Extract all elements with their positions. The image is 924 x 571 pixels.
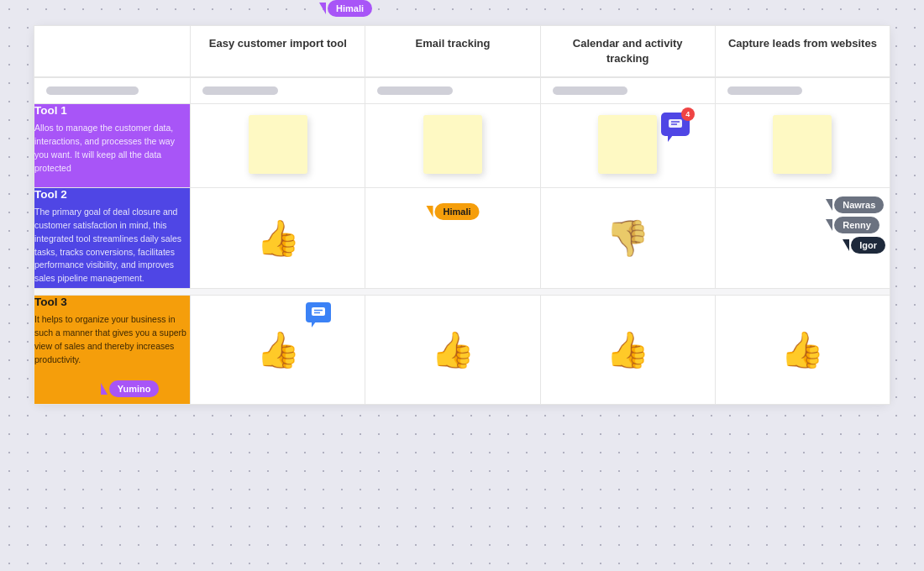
header-col4-text: Calendar and activity tracking: [573, 37, 683, 65]
multi-cursor-group: Nawras Renny Igor: [826, 196, 885, 254]
header-col-email-tracking: Email tracking: [365, 26, 540, 78]
renny-label: Renny: [834, 217, 879, 233]
message-icon: [306, 302, 331, 322]
tool1-title: Tool 1: [34, 104, 190, 117]
igor-label: Igor: [851, 237, 885, 254]
nawras-label: Nawras: [834, 196, 884, 213]
tool2-col3-cell: Himali: [365, 188, 540, 289]
message-icon-container: [306, 302, 331, 322]
gray-bar-2: [202, 86, 278, 95]
tool2-title: Tool 2: [34, 188, 190, 201]
subheader-col5: [715, 77, 890, 104]
thumbs-up-t3c3: 👍: [431, 330, 475, 369]
tool1-col4-cell: 4: [540, 104, 715, 188]
thumbs-down-t2c4: 👎: [606, 218, 649, 258]
gray-bar-1: [46, 86, 139, 95]
tool2-col4-cell: 👎: [540, 188, 715, 289]
tool1-row: Tool 1 Allos to manage the customer data…: [34, 104, 890, 188]
separator-cell: [34, 289, 890, 296]
igor-cursor: Igor: [843, 237, 885, 254]
sticky-note-t1c5: [773, 115, 832, 174]
tool3-col4-cell: 👍: [540, 296, 715, 405]
separator-row: [34, 289, 890, 296]
himali-label-mid: Himali: [435, 203, 480, 220]
tool3-col3-cell: 👍: [365, 296, 540, 405]
header-col5-text: Capture leads from websites: [728, 37, 877, 50]
message-icon-svg: [312, 307, 325, 317]
chat-icon-svg: [668, 118, 683, 130]
tool3-description: It helps to organize your business in su…: [34, 313, 190, 366]
tool2-row: Tool 2 The primary goal of deal closure …: [34, 188, 890, 289]
nawras-cursor: Nawras: [826, 196, 885, 213]
thumbs-up-t3c5: 👍: [780, 330, 824, 369]
himali-cursor-mid: Himali: [427, 203, 480, 220]
renny-cursor: Renny: [826, 217, 885, 233]
subheader-col3: [365, 77, 540, 104]
tool2-description: The primary goal of deal closure and cus…: [34, 206, 190, 286]
svg-rect-3: [312, 307, 325, 316]
subheader-row: [34, 77, 890, 104]
chat-badge-count: 4: [681, 107, 695, 121]
tool1-label-cell: Tool 1 Allos to manage the customer data…: [34, 104, 191, 188]
tool1-col5-cell: [715, 104, 890, 188]
igor-arrow: [843, 239, 849, 251]
tool1-description: Allos to manage the customer data, inter…: [34, 122, 190, 175]
comparison-table: Easy customer import tool Email tracking…: [34, 25, 890, 405]
yumino-cursor: Yumino: [101, 380, 160, 397]
thumbs-up-t3c2: 👍: [256, 330, 300, 369]
himali-top-arrow: [319, 3, 326, 14]
tool1-col3-cell: [365, 104, 540, 188]
yumino-label: Yumino: [109, 380, 160, 397]
tool1-col2-cell: [191, 104, 365, 188]
header-col2-text: Easy customer import tool: [209, 37, 347, 50]
subheader-col4: [540, 77, 715, 104]
main-table-container: Easy customer import tool Email tracking…: [34, 25, 890, 405]
himali-cursor-arrow-mid: [427, 206, 433, 217]
tool3-col2-cell: 👍: [191, 296, 365, 405]
himali-cursor-top: Himali: [319, 0, 372, 17]
header-col3-text: Email tracking: [416, 37, 491, 50]
tool2-label-cell: Tool 2 The primary goal of deal closure …: [34, 188, 191, 289]
tool2-col2-cell: 👍: [191, 188, 365, 289]
header-col-label: [34, 26, 191, 78]
subheader-col2: [191, 77, 365, 104]
chat-icon: 4: [661, 113, 690, 136]
tool3-title: Tool 3: [34, 296, 190, 308]
sticky-note-t1c3: [423, 115, 482, 174]
nawras-arrow: [826, 199, 832, 211]
tool3-label-cell: Tool 3 It helps to organize your busines…: [34, 296, 191, 405]
header-col-easy-import: Easy customer import tool: [191, 26, 365, 78]
renny-arrow: [826, 219, 832, 231]
tool3-col5-cell: 👍: [715, 296, 890, 405]
yumino-arrow: [101, 383, 108, 395]
gray-bar-5: [727, 86, 803, 95]
header-col-calendar: Calendar and activity tracking: [540, 26, 715, 78]
header-col-leads: Capture leads from websites: [715, 26, 890, 78]
gray-bar-3: [377, 86, 453, 95]
sticky-note-t1c2: [249, 115, 307, 174]
gray-bar-4: [553, 86, 628, 95]
tool3-row: Tool 3 It helps to organize your busines…: [34, 296, 890, 405]
table-header-row: Easy customer import tool Email tracking…: [34, 26, 890, 78]
chat-badge-container: 4: [661, 113, 690, 136]
thumbs-up-t3c4: 👍: [606, 330, 649, 369]
tool2-col5-cell: Nawras Renny Igor: [715, 188, 890, 289]
svg-rect-0: [669, 119, 682, 128]
sticky-note-t1c4: [598, 115, 657, 174]
thumbs-up-t2c2: 👍: [256, 218, 300, 258]
himali-top-label: Himali: [328, 0, 372, 17]
subheader-label-col: [34, 77, 191, 104]
